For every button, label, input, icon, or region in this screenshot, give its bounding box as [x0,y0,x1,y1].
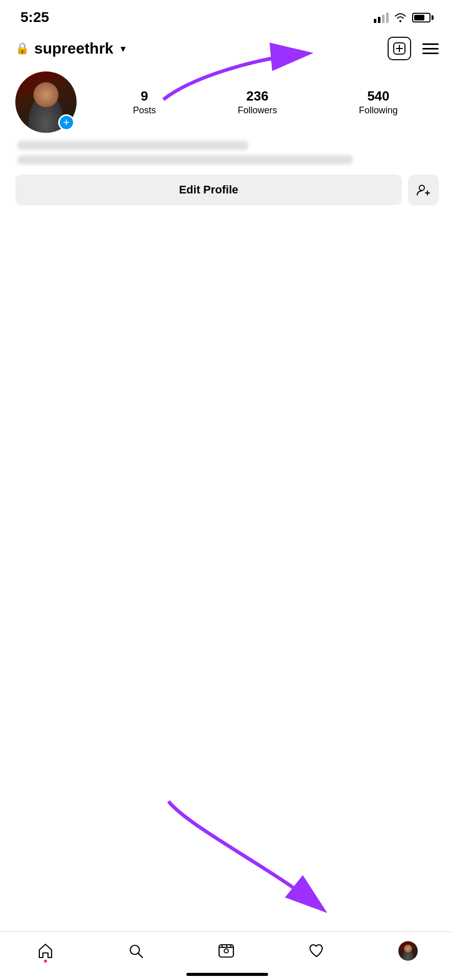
wifi-icon [394,12,407,22]
followers-label: Followers [237,105,277,116]
svg-point-11 [224,949,228,953]
svg-point-4 [419,185,424,190]
lock-icon: 🔒 [15,42,29,55]
add-friend-icon [416,184,431,196]
signal-icon [374,12,389,23]
following-label: Following [359,105,398,116]
profile-section: + 9 Posts 236 Followers 540 Following Ed… [0,66,454,215]
bio-line-1 [17,141,248,150]
home-icon [37,942,54,960]
search-icon [127,942,145,960]
posts-label: Posts [133,105,156,116]
followers-count: 236 [246,88,268,104]
battery-icon [412,13,434,22]
add-story-button[interactable]: + [58,114,75,131]
following-count: 540 [367,88,389,104]
new-post-button[interactable] [388,37,411,60]
edit-profile-button[interactable]: Edit Profile [15,175,402,205]
bio-section [15,141,439,164]
heart-icon [308,942,325,960]
status-bar: 5:25 [0,0,454,31]
following-stat[interactable]: 540 Following [359,88,398,116]
status-time: 5:25 [20,9,49,26]
header-right [388,37,439,60]
posts-count: 9 [140,88,148,104]
reels-icon [218,942,235,960]
nav-activity[interactable] [298,938,336,964]
followers-stat[interactable]: 236 Followers [237,88,277,116]
stats-row: 9 Posts 236 Followers 540 Following [92,88,439,116]
avatar-container: + [15,71,77,133]
bio-line-2 [17,155,353,164]
profile-info-row: + 9 Posts 236 Followers 540 Following [15,71,439,133]
new-post-icon [393,42,406,55]
status-icons [374,12,434,23]
header: 🔒 supreethrk ▾ [0,31,454,66]
home-indicator [186,973,268,976]
nav-profile[interactable] [388,937,428,965]
nav-search[interactable] [117,938,155,964]
nav-items [0,937,454,965]
annotation-arrow-bottom [128,786,357,929]
add-friend-button[interactable] [408,175,439,205]
menu-button[interactable] [422,43,439,54]
home-notification-dot [44,960,47,963]
hamburger-icon [422,43,439,45]
buttons-row: Edit Profile [15,175,439,205]
header-left: 🔒 supreethrk ▾ [15,40,126,57]
nav-reels[interactable] [207,938,245,964]
username[interactable]: supreethrk [34,40,113,57]
nav-home[interactable] [27,938,64,964]
svg-line-9 [138,953,142,958]
posts-stat[interactable]: 9 Posts [133,88,156,116]
dropdown-arrow-icon[interactable]: ▾ [121,42,126,55]
nav-profile-avatar [398,941,418,961]
